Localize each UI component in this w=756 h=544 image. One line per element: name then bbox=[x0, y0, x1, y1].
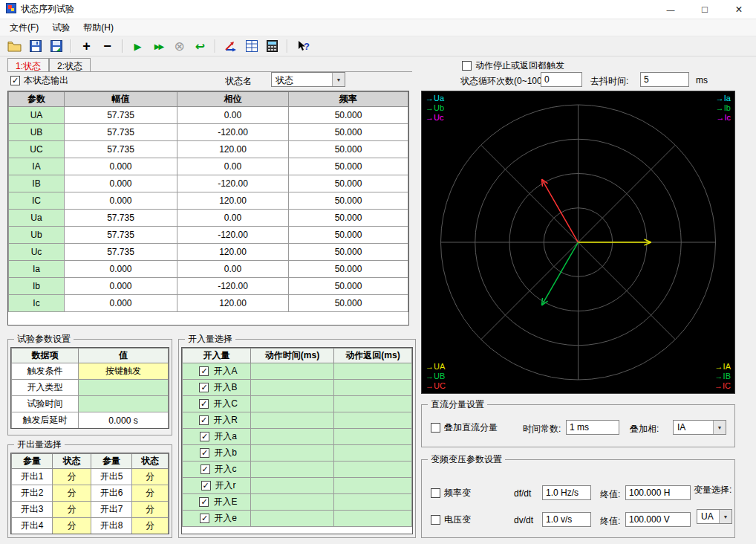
action-return-cell[interactable] bbox=[334, 380, 412, 396]
volt-final-input[interactable] bbox=[625, 512, 691, 527]
checkbox-icon[interactable] bbox=[462, 61, 472, 71]
output-state-cell[interactable]: 分 bbox=[132, 502, 169, 518]
output-state-cell[interactable]: 分 bbox=[132, 485, 169, 502]
output-state-cell[interactable]: 分 bbox=[53, 469, 91, 485]
start-test-button[interactable] bbox=[129, 38, 146, 54]
output-name-cell[interactable]: 开出1 bbox=[12, 469, 53, 485]
param-value-cell[interactable]: 0.00 bbox=[177, 158, 289, 175]
chevron-down-icon[interactable] bbox=[719, 510, 731, 523]
add-state-button[interactable] bbox=[78, 38, 95, 54]
param-value-cell[interactable]: 57.735 bbox=[65, 244, 177, 261]
input-checkbox[interactable]: ✓ bbox=[200, 432, 209, 441]
action-time-cell[interactable] bbox=[251, 478, 334, 494]
param-value-cell[interactable]: -120.00 bbox=[177, 278, 289, 295]
param-value-cell[interactable]: 50.000 bbox=[289, 175, 408, 192]
param-value-cell[interactable]: 57.735 bbox=[65, 141, 177, 158]
save-report-button[interactable] bbox=[48, 38, 65, 54]
action-time-cell[interactable] bbox=[251, 429, 334, 445]
dc-phase-select[interactable]: IA bbox=[673, 420, 726, 435]
param-value-cell[interactable]: 120.00 bbox=[177, 295, 289, 312]
state-name-select[interactable]: 状态 bbox=[271, 72, 345, 87]
action-time-cell[interactable] bbox=[251, 363, 334, 380]
output-state-cell[interactable]: 分 bbox=[53, 485, 91, 502]
test-param-value[interactable]: 按键触发 bbox=[79, 363, 169, 380]
param-value-cell[interactable]: 50.000 bbox=[289, 192, 408, 210]
input-checkbox[interactable]: ✓ bbox=[200, 514, 209, 523]
param-value-cell[interactable]: 50.000 bbox=[289, 158, 408, 175]
stop-test-button[interactable] bbox=[171, 38, 188, 54]
param-value-cell[interactable]: 57.735 bbox=[65, 107, 177, 124]
action-return-cell[interactable] bbox=[334, 412, 412, 429]
output-name-cell[interactable]: 开出7 bbox=[91, 502, 132, 518]
menu-help[interactable]: 帮助(H) bbox=[76, 20, 120, 36]
param-value-cell[interactable]: -120.00 bbox=[177, 175, 289, 192]
param-value-cell[interactable]: 50.000 bbox=[289, 244, 408, 261]
action-time-cell[interactable] bbox=[251, 396, 334, 412]
checkbox-icon[interactable] bbox=[431, 515, 440, 525]
param-value-cell[interactable]: 50.000 bbox=[289, 210, 408, 227]
output-name-cell[interactable]: 开出2 bbox=[12, 485, 53, 502]
output-state-cell[interactable]: 分 bbox=[53, 518, 91, 534]
time-constant-input[interactable] bbox=[566, 420, 619, 435]
revert-button[interactable] bbox=[192, 38, 209, 54]
freq-change-checkbox[interactable]: 频率变 bbox=[431, 487, 471, 499]
param-value-cell[interactable]: 50.000 bbox=[289, 141, 408, 158]
output-name-cell[interactable]: 开出4 bbox=[12, 518, 53, 534]
action-time-cell[interactable] bbox=[251, 511, 334, 527]
action-return-cell[interactable] bbox=[334, 363, 412, 380]
action-return-cell[interactable] bbox=[334, 511, 412, 527]
maximize-button[interactable] bbox=[688, 0, 722, 19]
param-value-cell[interactable]: 120.00 bbox=[177, 141, 289, 158]
param-value-cell[interactable]: 50.000 bbox=[289, 278, 408, 295]
action-time-cell[interactable] bbox=[251, 462, 334, 478]
input-checkbox[interactable]: ✓ bbox=[199, 366, 209, 376]
param-value-cell[interactable]: -120.00 bbox=[177, 124, 289, 141]
checkbox-icon[interactable] bbox=[431, 488, 440, 498]
param-value-cell[interactable]: 0.000 bbox=[65, 192, 177, 210]
action-time-cell[interactable] bbox=[251, 494, 334, 511]
param-value-cell[interactable]: 50.000 bbox=[289, 295, 408, 312]
input-checkbox[interactable]: ✓ bbox=[199, 415, 209, 425]
action-return-cell[interactable] bbox=[334, 429, 412, 445]
calculator-button[interactable] bbox=[264, 38, 281, 54]
input-checkbox[interactable]: ✓ bbox=[200, 448, 209, 458]
param-value-cell[interactable]: 0.00 bbox=[177, 261, 289, 278]
context-help-button[interactable]: ? bbox=[294, 38, 311, 54]
action-return-cell[interactable] bbox=[334, 445, 412, 462]
remove-state-button[interactable] bbox=[99, 38, 116, 54]
action-return-cell[interactable] bbox=[334, 396, 412, 412]
param-value-cell[interactable]: 120.00 bbox=[177, 244, 289, 261]
action-return-cell[interactable] bbox=[334, 478, 412, 494]
output-name-cell[interactable]: 开出8 bbox=[91, 518, 132, 534]
param-value-cell[interactable]: 50.000 bbox=[289, 227, 408, 244]
dfdt-input[interactable] bbox=[542, 485, 591, 500]
close-button[interactable] bbox=[722, 0, 756, 19]
checkbox-icon[interactable]: ✓ bbox=[10, 76, 20, 85]
param-value-cell[interactable]: 57.735 bbox=[65, 227, 177, 244]
test-param-value[interactable] bbox=[79, 380, 169, 396]
output-name-cell[interactable]: 开出3 bbox=[12, 502, 53, 518]
input-checkbox[interactable]: ✓ bbox=[199, 399, 209, 409]
param-value-cell[interactable]: 0.00 bbox=[177, 210, 289, 227]
output-state-cell[interactable]: 分 bbox=[132, 469, 169, 485]
debounce-input[interactable] bbox=[640, 72, 689, 87]
param-value-cell[interactable]: 50.000 bbox=[289, 124, 408, 141]
param-value-cell[interactable]: 0.000 bbox=[65, 295, 177, 312]
checkbox-icon[interactable] bbox=[431, 423, 440, 433]
tab-state-1[interactable]: 1:状态 bbox=[7, 58, 49, 71]
dc-superimpose-checkbox[interactable]: 叠加直流分量 bbox=[431, 421, 498, 434]
menu-file[interactable]: 文件(F) bbox=[3, 20, 45, 36]
data-edit-button[interactable] bbox=[243, 38, 260, 54]
phasor-view-button[interactable] bbox=[222, 38, 239, 54]
freq-final-input[interactable] bbox=[625, 485, 691, 500]
output-state-cell[interactable]: 分 bbox=[132, 518, 169, 534]
state-output-checkbox[interactable]: ✓本状态输出 bbox=[10, 74, 68, 87]
save-button[interactable] bbox=[27, 38, 44, 54]
param-value-cell[interactable]: 50.000 bbox=[289, 107, 408, 124]
action-return-cell[interactable] bbox=[334, 462, 412, 478]
loop-count-input[interactable] bbox=[541, 72, 582, 87]
param-value-cell[interactable]: 0.000 bbox=[65, 158, 177, 175]
test-param-value[interactable]: 0.000 s bbox=[79, 412, 169, 429]
volt-change-checkbox[interactable]: 电压变 bbox=[431, 514, 471, 526]
param-value-cell[interactable]: -120.00 bbox=[177, 227, 289, 244]
